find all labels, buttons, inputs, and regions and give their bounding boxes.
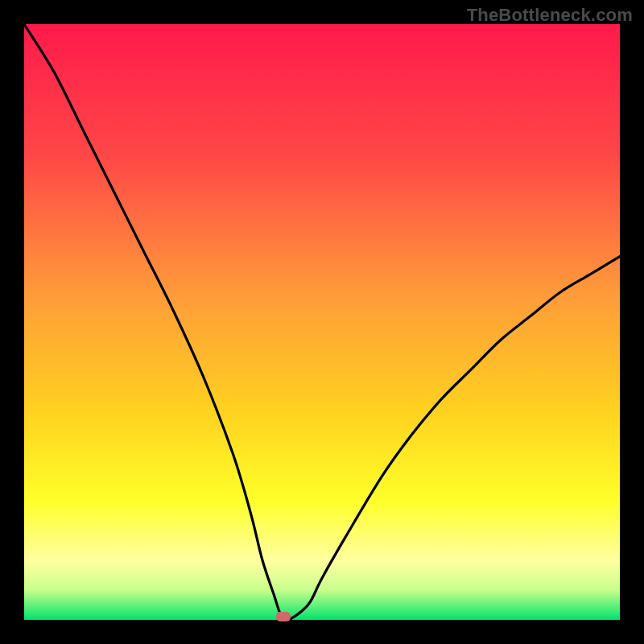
optimal-point-marker bbox=[276, 612, 291, 621]
curve-path bbox=[24, 24, 620, 620]
watermark-text: TheBottleneck.com bbox=[467, 5, 633, 26]
chart-frame: TheBottleneck.com bbox=[0, 0, 644, 644]
bottleneck-curve bbox=[24, 24, 620, 620]
